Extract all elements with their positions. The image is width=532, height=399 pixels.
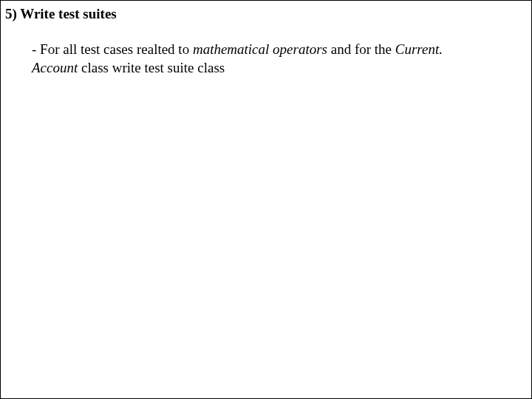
section-body: - For all test cases realted to mathemat… <box>1 27 474 78</box>
emphasis-math-operators: mathematical operators <box>193 41 327 57</box>
body-prefix: - For all test cases realted to <box>32 41 193 57</box>
section-heading: 5) Write test suites <box>1 1 531 27</box>
body-mid: and for the <box>327 41 395 57</box>
body-suffix: class write test suite class <box>78 60 225 75</box>
